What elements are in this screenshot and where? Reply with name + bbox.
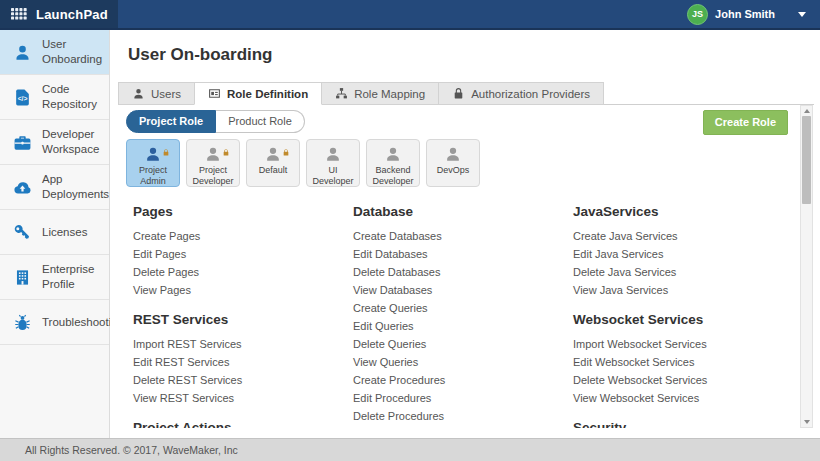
person-icon <box>144 145 162 164</box>
tab-label: Authorization Providers <box>471 88 590 100</box>
main-content: User On-boarding Users Role Definition R… <box>110 30 820 438</box>
sidebar-item-label: User Onboarding <box>42 37 105 67</box>
lock-icon <box>222 143 230 152</box>
role-card-label: Backend Developer <box>367 165 419 188</box>
permission-item: Edit Pages <box>133 245 353 263</box>
triangle-up-icon <box>804 109 810 113</box>
sidebar-item-app-deployments[interactable]: App Deployments <box>0 165 109 210</box>
code-file-icon: </> <box>12 87 32 107</box>
permission-item: View Websocket Services <box>573 389 793 407</box>
tab-role-mapping[interactable]: Role Mapping <box>322 82 438 105</box>
permission-item: Create Queries <box>353 299 573 317</box>
permission-section-security: Security <box>573 420 793 428</box>
permission-item: Edit Java Services <box>573 245 793 263</box>
permission-item: Edit Databases <box>353 245 573 263</box>
permission-section-pages: Pages Create Pages Edit Pages Delete Pag… <box>133 204 353 299</box>
section-title: Websocket Services <box>573 312 793 328</box>
avatar: JS <box>687 4 708 25</box>
role-type-row: Project Role Product Role Create Role <box>126 110 800 134</box>
app-logo[interactable]: LaunchPad <box>0 0 118 28</box>
permissions-column-3: JavaServices Create Java Services Edit J… <box>573 204 793 428</box>
permission-item: Delete Queries <box>353 335 573 353</box>
role-card-devops[interactable]: DevOps <box>426 139 480 187</box>
person-icon <box>204 145 222 164</box>
permission-item: Create Pages <box>133 227 353 245</box>
permission-item: Delete Procedures <box>353 407 573 425</box>
section-title: Security <box>573 420 793 428</box>
tab-label: Users <box>151 88 181 100</box>
tab-bar: Users Role Definition Role Mapping Autho… <box>118 82 814 105</box>
permission-item: View Queries <box>353 353 573 371</box>
section-title: JavaServices <box>573 204 793 220</box>
role-definition-panel: Project Role Product Role Create Role Pr… <box>118 105 800 428</box>
scrollbar-thumb[interactable] <box>802 116 811 204</box>
permission-item: Delete REST Services <box>133 371 353 389</box>
permission-item: Delete Websocket Services <box>573 371 793 389</box>
project-role-toggle[interactable]: Project Role <box>126 110 216 133</box>
lock-icon <box>452 87 465 100</box>
sidebar-item-label: App Deployments <box>42 172 109 202</box>
permissions-column-1: Pages Create Pages Edit Pages Delete Pag… <box>133 204 353 428</box>
lock-icon <box>282 143 290 152</box>
chevron-down-icon <box>798 12 806 17</box>
tab-label: Role Definition <box>227 88 308 100</box>
sidebar-item-label: Developer Workspace <box>42 127 105 157</box>
permission-section-database: Database Create Databases Edit Databases… <box>353 204 573 425</box>
vertical-scrollbar[interactable] <box>800 105 813 428</box>
permission-section-websocket-services: Websocket Services Import Websocket Serv… <box>573 312 793 407</box>
product-role-toggle[interactable]: Product Role <box>216 110 305 133</box>
app-header: LaunchPad JS John Smith <box>0 0 820 30</box>
sidebar-item-enterprise-profile[interactable]: Enterprise Profile <box>0 255 109 300</box>
permission-section-rest-services: REST Services Import REST Services Edit … <box>133 312 353 407</box>
permission-item: View Java Services <box>573 281 793 299</box>
copyright-text: All Rights Reserved. © 2017, WaveMaker, … <box>25 444 238 456</box>
role-card-label: UI Developer <box>307 165 359 188</box>
page-title: User On-boarding <box>128 45 273 65</box>
lock-icon <box>162 143 170 152</box>
scroll-up-button[interactable] <box>801 106 812 116</box>
person-icon <box>384 145 402 164</box>
user-name: John Smith <box>715 8 775 20</box>
user-menu[interactable]: JS John Smith <box>687 0 820 28</box>
sidebar-item-label: Licenses <box>42 225 87 240</box>
permission-item: Edit Procedures <box>353 389 573 407</box>
cloud-upload-icon <box>12 177 32 197</box>
sidebar-item-user-onboarding[interactable]: User Onboarding <box>0 30 109 75</box>
section-title: Database <box>353 204 573 220</box>
tab-role-definition[interactable]: Role Definition <box>194 82 322 105</box>
role-card-ui-developer[interactable]: UI Developer <box>306 139 360 187</box>
section-title: Pages <box>133 204 353 220</box>
tab-authorization-providers[interactable]: Authorization Providers <box>438 82 604 105</box>
role-card-backend-developer[interactable]: Backend Developer <box>366 139 420 187</box>
permission-item: Import Websocket Services <box>573 335 793 353</box>
briefcase-icon <box>12 132 32 152</box>
permission-item: Import REST Services <box>133 335 353 353</box>
app-title: LaunchPad <box>36 7 108 22</box>
bug-icon <box>12 312 32 332</box>
sidebar-item-developer-workspace[interactable]: Developer Workspace <box>0 120 109 165</box>
permission-item: Delete Databases <box>353 263 573 281</box>
sidebar-item-code-repository[interactable]: </> Code Repository <box>0 75 109 120</box>
sidebar-item-label: Code Repository <box>42 82 105 112</box>
tab-label: Role Mapping <box>354 88 425 100</box>
role-card-default[interactable]: Default <box>246 139 300 187</box>
permission-item: View Databases <box>353 281 573 299</box>
role-card-label: Project Admin <box>127 165 179 188</box>
section-title: Project Actions <box>133 420 353 428</box>
person-icon <box>324 145 342 164</box>
permission-item: Create Procedures <box>353 371 573 389</box>
create-role-button[interactable]: Create Role <box>703 110 788 135</box>
role-card-label: DevOps <box>435 165 472 176</box>
apps-grid-icon <box>11 8 27 20</box>
svg-text:</>: </> <box>17 95 27 102</box>
sidebar-item-troubleshooting[interactable]: Troubleshooting <box>0 300 109 345</box>
tab-users[interactable]: Users <box>118 82 194 105</box>
permission-item: Delete Java Services <box>573 263 793 281</box>
user-icon <box>132 87 145 100</box>
role-card-project-admin[interactable]: Project Admin <box>126 139 180 187</box>
person-icon <box>444 145 462 164</box>
scroll-down-button[interactable] <box>801 417 812 427</box>
role-card-project-developer[interactable]: Project Developer <box>186 139 240 187</box>
sidebar-item-licenses[interactable]: Licenses <box>0 210 109 255</box>
building-icon <box>12 267 32 287</box>
